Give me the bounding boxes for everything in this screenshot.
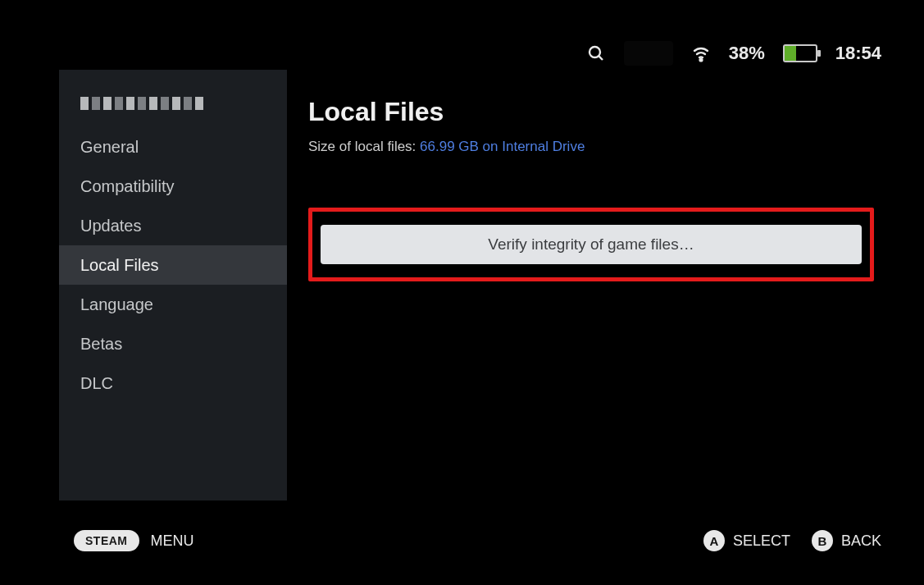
sidebar-item-updates[interactable]: Updates [59,206,287,245]
menu-label: MENU [151,532,194,550]
verify-integrity-button[interactable]: Verify integrity of game files… [321,225,862,264]
footer-bar: STEAM MENU A SELECT B BACK [0,524,924,557]
select-hint: A SELECT [703,530,790,551]
select-label: SELECT [733,532,790,550]
glyph-b-icon: B [812,530,833,551]
battery-percent: 38% [729,43,765,64]
settings-sidebar: General Compatibility Updates Local File… [59,70,287,500]
game-title-redacted [80,97,203,110]
sidebar-item-local-files[interactable]: Local Files [59,245,287,285]
back-hint: B BACK [812,530,881,551]
local-files-size-line: Size of local files: 66.99 GB on Interna… [308,139,874,155]
battery-icon [783,44,817,62]
sidebar-item-label: Betas [80,335,122,354]
size-label: Size of local files: [308,139,420,154]
sidebar-item-label: Updates [80,217,142,235]
svg-point-0 [589,47,600,57]
sidebar-item-label: Language [80,295,153,314]
footer-left: STEAM MENU [74,530,194,551]
status-bar: 38% 18:54 [586,41,881,66]
page-title: Local Files [308,97,874,127]
game-title-header [59,85,287,122]
sidebar-item-dlc[interactable]: DLC [59,363,287,403]
size-value: 66.99 GB on Internal Drive [420,139,585,154]
sidebar-item-label: DLC [80,374,113,393]
wifi-icon [691,43,711,63]
main-pane: Local Files Size of local files: 66.99 G… [308,97,874,281]
back-label: BACK [841,532,881,550]
steam-button[interactable]: STEAM [74,530,139,551]
footer-right: A SELECT B BACK [703,524,881,557]
sidebar-item-label: Compatibility [80,177,174,196]
search-input[interactable] [624,41,673,66]
sidebar-item-label: General [80,138,139,157]
search-icon[interactable] [586,43,606,63]
svg-point-2 [699,59,702,62]
sidebar-item-label: Local Files [80,256,159,275]
sidebar-item-language[interactable]: Language [59,285,287,324]
sidebar-item-betas[interactable]: Betas [59,324,287,363]
annotation-highlight-box: Verify integrity of game files… [308,208,874,281]
glyph-a-icon: A [703,530,725,551]
svg-line-1 [599,56,603,60]
sidebar-item-compatibility[interactable]: Compatibility [59,167,287,206]
sidebar-item-general[interactable]: General [59,127,287,167]
clock: 18:54 [835,43,881,64]
battery-fill [785,46,796,61]
